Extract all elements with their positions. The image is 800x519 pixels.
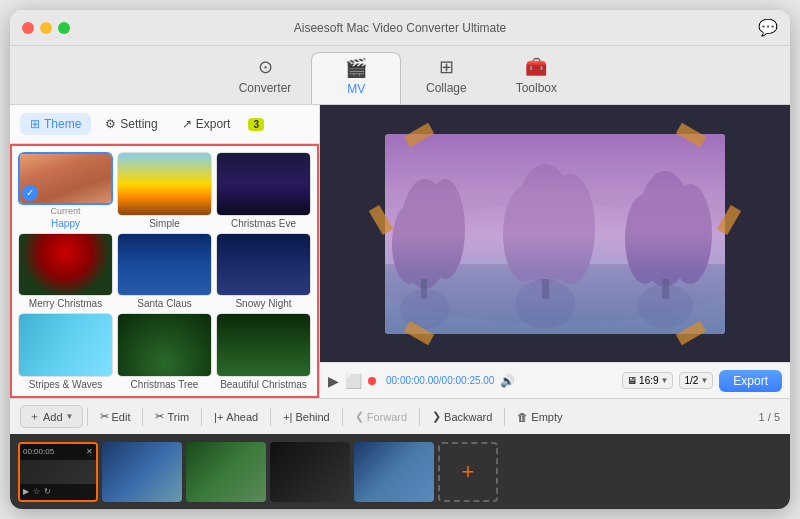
traffic-lights	[22, 22, 70, 34]
theme-item-happy[interactable]: ✓ Current Happy	[18, 152, 113, 229]
theme-item-snowy-night[interactable]: Snowy Night	[216, 233, 311, 310]
theme-item-stripes-waves[interactable]: Stripes & Waves	[18, 313, 113, 390]
snowy-night-image	[217, 234, 310, 296]
add-button[interactable]: ＋ Add ▼	[20, 405, 83, 428]
theme-item-simple[interactable]: Simple	[117, 152, 212, 229]
svg-point-6	[515, 164, 575, 284]
timeline-item-3[interactable]	[186, 442, 266, 502]
chat-icon[interactable]: 💬	[758, 18, 778, 37]
theme-thumb-happy: ✓	[18, 152, 113, 205]
tl-star-icon[interactable]: ☆	[33, 487, 40, 496]
theme-label-beautiful-christmas: Beautiful Christmas	[220, 379, 307, 390]
add-chevron-icon: ▼	[66, 412, 74, 421]
tl-loop-icon[interactable]: ↻	[44, 487, 51, 496]
backward-label: Backward	[444, 411, 492, 423]
preview-frame	[385, 134, 725, 334]
add-plus-icon: +	[462, 459, 475, 485]
timeline-item-4[interactable]	[270, 442, 350, 502]
tl-play-icon[interactable]: ▶	[23, 487, 29, 496]
plus-icon: ＋	[29, 409, 40, 424]
tab-converter[interactable]: ⊙ Converter	[219, 52, 312, 104]
time-display: 00:00:00.00/00:00:25.00	[386, 375, 494, 386]
mv-icon: 🎬	[345, 57, 367, 79]
aspect-chevron-icon: ▼	[661, 376, 669, 385]
theme-item-beautiful-christmas[interactable]: Beautiful Christmas	[216, 313, 311, 390]
theme-item-christmas-eve[interactable]: Christmas Eve	[216, 152, 311, 229]
close-button[interactable]	[22, 22, 34, 34]
svg-point-7	[545, 174, 595, 284]
theme-grid: ✓ Current Happy Simple Ch	[10, 144, 319, 398]
aspect-ratio-select[interactable]: 🖥 16:9 ▼	[622, 372, 673, 389]
collage-label: Collage	[426, 81, 467, 95]
empty-button[interactable]: 🗑 Empty	[509, 408, 570, 426]
timeline-close-1[interactable]: ✕	[86, 447, 93, 456]
stop-button[interactable]: ⬜	[345, 373, 362, 389]
timeline-item-5[interactable]	[354, 442, 434, 502]
svg-point-8	[503, 186, 547, 282]
timeline-item-overlay-1: 00:00:05 ✕	[20, 444, 96, 460]
empty-label: Empty	[531, 411, 562, 423]
theme-label-christmas-tree: Christmas Tree	[131, 379, 199, 390]
divider-3	[201, 408, 202, 426]
selected-check-icon: ✓	[22, 185, 38, 201]
timeline-thumb-5	[354, 442, 434, 502]
svg-rect-12	[421, 279, 427, 299]
trim-button[interactable]: ✂ Trim	[147, 407, 197, 426]
left-panel: ⊞ Theme ⚙ Setting ↗ Export 3	[10, 105, 320, 398]
player-controls: ▶ ⬜ 00:00:00.00/00:00:25.00 🔊 🖥 16:9 ▼ 1…	[320, 362, 790, 398]
timeline-thumb-3	[186, 442, 266, 502]
ahead-button[interactable]: |+ Ahead	[206, 408, 266, 426]
nav-tabs: ⊙ Converter 🎬 MV ⊞ Collage 🧰 Toolbox	[10, 46, 790, 105]
theme-tab-icon: ⊞	[30, 117, 40, 131]
divider-1	[87, 408, 88, 426]
edit-button[interactable]: ✂ Edit	[92, 407, 139, 426]
divider-6	[419, 408, 420, 426]
preview-area	[320, 105, 790, 362]
monitor-icon: 🖥	[627, 375, 637, 386]
theme-item-merry-christmas[interactable]: Merry Christmas	[18, 233, 113, 310]
backward-button[interactable]: ❯ Backward	[424, 407, 500, 426]
theme-item-christmas-tree[interactable]: Christmas Tree	[117, 313, 212, 390]
timeline-item-1[interactable]: 00:00:05 ✕ ▶ ☆ ↻	[18, 442, 98, 502]
svg-rect-0	[385, 134, 725, 334]
svg-point-1	[385, 204, 725, 324]
divider-2	[142, 408, 143, 426]
svg-rect-13	[542, 279, 549, 299]
forward-button[interactable]: ❮ Forward	[347, 407, 415, 426]
record-dot	[368, 377, 376, 385]
maximize-button[interactable]	[58, 22, 70, 34]
ahead-icon: |+	[214, 411, 223, 423]
timeline: 00:00:05 ✕ ▶ ☆ ↻ +	[10, 434, 790, 509]
preview-image	[385, 134, 725, 334]
tab-toolbox[interactable]: 🧰 Toolbox	[491, 52, 581, 104]
minimize-button[interactable]	[40, 22, 52, 34]
theme-label-snowy-night: Snowy Night	[235, 298, 291, 309]
svg-point-16	[515, 279, 575, 329]
tab-setting[interactable]: ⚙ Setting	[95, 113, 167, 135]
timeline-thumb-4	[270, 442, 350, 502]
stripes-waves-image	[19, 314, 112, 376]
theme-thumb-beautiful-christmas	[216, 313, 311, 377]
theme-item-santa-claus[interactable]: Santa Claus	[117, 233, 212, 310]
christmas-tree-image	[118, 314, 211, 376]
timeline-item-2[interactable]	[102, 442, 182, 502]
beautiful-christmas-image	[217, 314, 310, 376]
tab-theme[interactable]: ⊞ Theme	[20, 113, 91, 135]
quality-chevron-icon: ▼	[700, 376, 708, 385]
current-label: Current	[50, 206, 80, 216]
svg-point-5	[392, 204, 428, 284]
behind-button[interactable]: +| Behind	[275, 408, 338, 426]
theme-thumb-stripes-waves	[18, 313, 113, 377]
timeline-add-button[interactable]: +	[438, 442, 498, 502]
divider-5	[342, 408, 343, 426]
theme-thumb-christmas-tree	[117, 313, 212, 377]
play-button[interactable]: ▶	[328, 373, 339, 389]
tab-collage[interactable]: ⊞ Collage	[401, 52, 491, 104]
tab-mv[interactable]: 🎬 MV	[311, 52, 401, 104]
tab-export-panel[interactable]: ↗ Export	[172, 113, 241, 135]
export-tab-icon: ↗	[182, 117, 192, 131]
quality-select[interactable]: 1/2 ▼	[679, 372, 713, 389]
volume-icon[interactable]: 🔊	[500, 374, 515, 388]
app-title: Aiseesoft Mac Video Converter Ultimate	[294, 21, 507, 35]
export-button[interactable]: Export	[719, 370, 782, 392]
